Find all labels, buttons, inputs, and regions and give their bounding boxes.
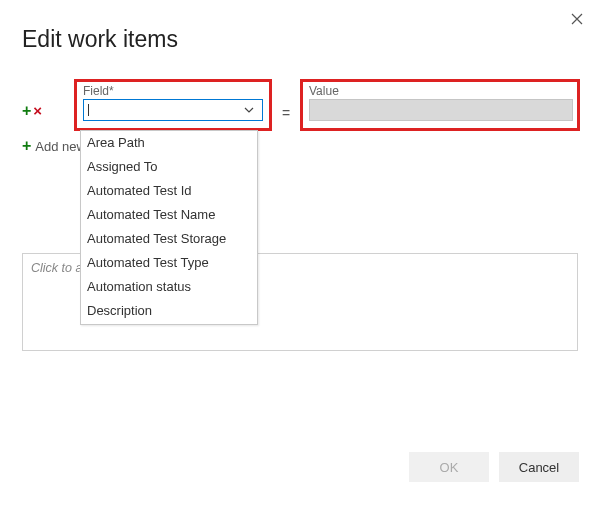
field-label: Field* <box>83 84 263 98</box>
value-highlight: Value <box>300 79 580 131</box>
ok-button[interactable]: OK <box>409 452 489 482</box>
value-input[interactable] <box>309 99 573 121</box>
dropdown-scrollbar[interactable] <box>240 324 257 325</box>
dialog-title: Edit work items <box>22 26 579 53</box>
remove-clause-icon[interactable]: × <box>33 103 42 119</box>
dropdown-option[interactable]: Automated Test Name <box>81 203 241 227</box>
equals-label: = <box>282 105 290 121</box>
field-combobox[interactable] <box>83 99 263 121</box>
dropdown-option[interactable]: Automated Test Storage <box>81 227 241 251</box>
chevron-down-icon[interactable] <box>244 107 258 113</box>
dropdown-option[interactable]: Description <box>81 299 241 323</box>
add-clause-icon[interactable]: + <box>22 103 31 119</box>
value-label: Value <box>309 84 571 98</box>
dropdown-option[interactable]: Assigned To <box>81 155 241 179</box>
text-cursor <box>88 104 89 116</box>
cancel-button[interactable]: Cancel <box>499 452 579 482</box>
dropdown-option[interactable]: Area Path <box>81 131 241 155</box>
dropdown-option[interactable]: Automation status <box>81 275 241 299</box>
scrollbar-thumb[interactable] <box>240 324 257 325</box>
plus-icon: + <box>22 138 31 154</box>
close-icon[interactable] <box>567 10 587 30</box>
clause-row: + × Field* = Value <box>22 79 579 135</box>
edit-work-items-dialog: Edit work items + × Field* = Value + Add… <box>0 0 601 516</box>
dialog-buttons: OK Cancel <box>409 452 579 482</box>
field-highlight: Field* <box>74 79 272 131</box>
field-dropdown[interactable]: Area Path Assigned To Automated Test Id … <box>80 130 258 325</box>
dropdown-option[interactable]: Automated Test Type <box>81 251 241 275</box>
dropdown-option[interactable]: Automated Test Id <box>81 179 241 203</box>
